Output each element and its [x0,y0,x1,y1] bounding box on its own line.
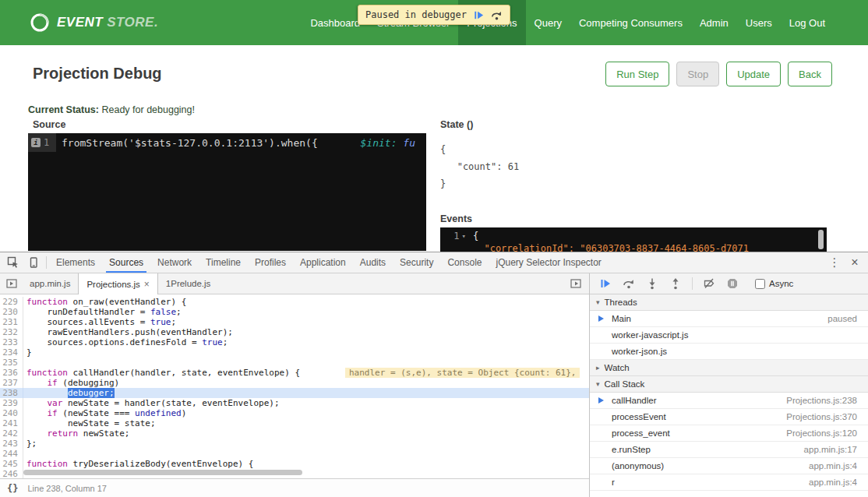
line-number[interactable]: 240 [0,408,23,418]
threads-section-header[interactable]: ▾ Threads [590,294,868,311]
projection-source-editor[interactable]: i 1 fromStream('$stats-127.0.0.1:2113').… [28,133,426,251]
file-tab-1prelude-js[interactable]: 1Prelude.js [158,273,219,294]
devtools-menu-icon[interactable]: ⋮ [824,253,845,272]
events-line-number: 1 [453,231,459,241]
devtools-tab-console[interactable]: Console [440,252,489,273]
event-store-app: EVENTSTORE. DashboardStream BrowserProje… [0,0,868,497]
line-number[interactable]: 231 [0,317,23,327]
devtools-tab-timeline[interactable]: Timeline [199,252,248,273]
inspect-element-icon[interactable] [3,253,23,272]
events-editor[interactable]: 1 ▾ { "correlationId": "06303703-8837-44… [440,227,827,252]
editor-hscrollbar[interactable] [23,470,302,475]
frame-location: Projections.js:120 [786,428,857,438]
sources-statusbar: {} Line 238, Column 17 [0,478,589,497]
line-number[interactable]: 245 [0,459,23,469]
devtools-tab-application[interactable]: Application [293,252,353,273]
devtools-tab-profiles[interactable]: Profiles [248,252,293,273]
code-line: 234} [0,347,589,358]
nav-item-query[interactable]: Query [526,0,570,45]
async-checkbox[interactable] [755,279,765,289]
step-out-button[interactable] [669,277,683,291]
update-button[interactable]: Update [726,62,781,86]
threads-caret-icon: ▾ [596,298,600,306]
devtools-tab-jquery-selector-inspector[interactable]: jQuery Selector Inspector [489,252,608,273]
frame-function: (anonymous) [612,461,664,471]
source-panel-label: Source [33,119,65,130]
line-number[interactable]: 243 [0,439,23,449]
call-stack-frame[interactable]: rapp.min.js:4 [590,474,868,491]
fold-caret-icon[interactable]: ▾ [462,232,466,240]
devtools-tab-elements[interactable]: Elements [49,252,102,273]
devtools-tab-sources[interactable]: Sources [102,252,150,273]
deactivate-breakpoints-button[interactable] [702,277,716,291]
call-stack-frame[interactable]: processEventProjections.js:370 [590,409,868,425]
watch-section-header[interactable]: ▸ Watch [590,360,868,376]
thread-name: worker-javascript.js [612,330,688,340]
file-tab-app-min-js[interactable]: app.min.js [22,273,78,294]
nav-item-admin[interactable]: Admin [691,0,737,45]
pretty-print-button[interactable]: {} [7,483,18,494]
stop-button[interactable]: Stop [676,62,719,86]
file-tab-projections-js[interactable]: Projections.js× [78,273,157,294]
call-stack-section-header[interactable]: ▾ Call Stack [590,376,868,393]
call-stack-frame[interactable]: process_eventProjections.js:120 [590,425,868,442]
current-thread-marker [598,315,604,322]
step-over-icon[interactable] [491,9,503,21]
nav-item-competing-consumers[interactable]: Competing Consumers [570,0,691,45]
source-code-editor[interactable]: 229function on_raw(eventHandler) {230 ru… [0,294,589,478]
close-tab-icon[interactable]: × [144,279,150,290]
resume-icon[interactable] [473,9,485,21]
line-number[interactable]: 241 [0,418,23,428]
code-text [23,358,26,368]
line-number[interactable]: 236 [0,368,23,378]
nav-item-users[interactable]: Users [737,0,781,45]
frame-function: process_event [612,428,670,438]
step-into-button[interactable] [645,277,659,291]
devtools-tabbar: ElementsSourcesNetworkTimelineProfilesAp… [0,252,868,273]
line-number[interactable]: 235 [0,358,23,368]
line-number[interactable]: 232 [0,327,23,337]
code-text: function tryDeserializeBody(eventEnvelop… [23,459,253,469]
line-number[interactable]: 238 [0,388,23,398]
devtools-tab-audits[interactable]: Audits [353,252,393,273]
code-line: 236function callHandler(handler, state, … [0,368,589,378]
devtools-close-icon[interactable]: × [845,253,865,272]
code-text [23,449,26,459]
device-toolbar-icon[interactable] [23,253,44,272]
back-button[interactable]: Back [788,62,832,86]
line-number[interactable]: 230 [0,307,23,317]
file-tabbar-tabs: app.min.jsProjections.js×1Prelude.js [22,273,218,294]
step-over-button[interactable] [622,277,636,291]
line-number[interactable]: 229 [0,297,23,307]
line-number[interactable]: 244 [0,449,23,459]
line-number[interactable]: 234 [0,347,23,358]
call-stack-frame[interactable]: (anonymous)app.min.js:4 [590,458,868,474]
thread-item[interactable]: worker-json.js [590,344,868,360]
code-text: function on_raw(eventHandler) { [23,297,186,307]
devtools-tab-security[interactable]: Security [393,252,440,273]
navigator-toggle-icon[interactable] [2,274,22,293]
projection-source-line: fromStream('$stats-127.0.0.1:2113').when… [56,137,415,149]
line-number[interactable]: 242 [0,428,23,439]
devtools-tab-network[interactable]: Network [150,252,199,273]
run-step-button[interactable]: Run Step [605,62,669,86]
events-gutter: 1 ▾ [440,231,468,241]
page-actions: Run StepStopUpdateBack [605,62,832,86]
call-stack-frame[interactable]: e.runStepapp.min.js:17 [590,442,868,458]
thread-item[interactable]: worker-javascript.js [590,327,868,344]
call-stack-frame[interactable]: callHandlerProjections.js:238 [590,393,868,409]
line-number[interactable]: 237 [0,378,23,388]
call-stack-caret-icon: ▾ [596,380,600,388]
nav-item-log-out[interactable]: Log Out [781,0,834,45]
line-number[interactable]: 233 [0,337,23,347]
line-number[interactable]: 246 [0,469,23,478]
async-option: Async [755,279,793,289]
thread-item[interactable]: Mainpaused [590,311,868,327]
pause-on-exceptions-button[interactable] [725,277,739,291]
code-text: rawEventHandlers.push(eventHandler); [23,327,233,337]
resume-button[interactable] [598,277,612,291]
events-scrollbar[interactable] [818,230,824,249]
event-store-logo[interactable]: EVENTSTORE. [30,12,158,33]
line-number[interactable]: 239 [0,398,23,408]
debugger-sidebar-toggle-icon[interactable] [566,274,586,293]
